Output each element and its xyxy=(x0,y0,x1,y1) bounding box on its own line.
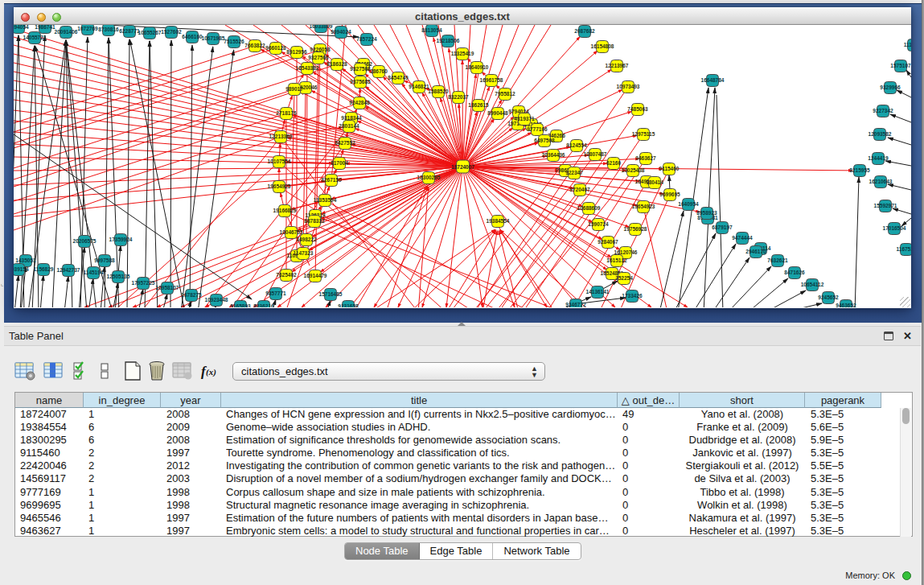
svg-text:9094024: 9094024 xyxy=(331,29,351,35)
svg-text:20364436: 20364436 xyxy=(542,152,565,158)
svg-text:19218506: 19218506 xyxy=(437,38,460,43)
svg-text:9327508: 9327508 xyxy=(350,66,371,72)
svg-text:9227342: 9227342 xyxy=(873,108,893,113)
svg-text:19166829: 19166829 xyxy=(273,208,297,213)
svg-text:14055721: 14055721 xyxy=(23,35,47,40)
svg-text:62160: 62160 xyxy=(606,160,621,166)
svg-text:9146821: 9146821 xyxy=(409,84,429,89)
svg-text:9115460: 9115460 xyxy=(659,166,680,171)
svg-text:17359924: 17359924 xyxy=(109,237,133,242)
svg-text:19756928: 19756928 xyxy=(624,226,647,232)
svg-text:10655267: 10655267 xyxy=(138,30,162,35)
svg-text:8912956: 8912956 xyxy=(286,49,307,55)
svg-text:15716485: 15716485 xyxy=(319,291,343,297)
svg-text:16914479: 16914479 xyxy=(304,273,327,278)
svg-text:16210643: 16210643 xyxy=(869,179,893,184)
svg-text:8730816: 8730816 xyxy=(98,27,119,32)
svg-text:9346772: 9346772 xyxy=(565,302,586,307)
svg-text:1640954: 1640954 xyxy=(678,201,699,207)
svg-text:1575107: 1575107 xyxy=(890,63,911,68)
svg-text:9242848: 9242848 xyxy=(349,100,370,105)
svg-text:18724007: 18724007 xyxy=(451,164,474,170)
svg-text:286760: 286760 xyxy=(370,68,388,74)
svg-text:8267150: 8267150 xyxy=(321,177,342,183)
svg-text:1145194: 1145194 xyxy=(84,270,104,275)
svg-text:9165893: 9165893 xyxy=(230,303,251,307)
svg-text:12942737: 12942737 xyxy=(57,267,80,273)
svg-text:252254: 252254 xyxy=(615,275,633,281)
svg-text:9720407: 9720407 xyxy=(569,187,590,192)
svg-text:1435051: 1435051 xyxy=(15,257,36,263)
svg-text:10671985: 10671985 xyxy=(202,35,225,41)
svg-text:1615132: 1615132 xyxy=(606,257,627,263)
svg-text:9245652: 9245652 xyxy=(818,295,839,300)
svg-text:12093582: 12093582 xyxy=(869,131,892,137)
svg-text:1588520: 1588520 xyxy=(428,89,449,94)
svg-text:8236216: 8236216 xyxy=(253,303,274,307)
svg-text:8471626: 8471626 xyxy=(784,270,805,275)
svg-text:922347: 922347 xyxy=(565,170,583,175)
svg-text:8958923: 8958923 xyxy=(696,210,717,216)
svg-text:8878332: 8878332 xyxy=(304,218,325,224)
svg-text:17957225: 17957225 xyxy=(132,280,155,286)
svg-text:8186328: 8186328 xyxy=(326,61,347,67)
svg-text:4319371: 4319371 xyxy=(514,116,535,122)
svg-text:8813054: 8813054 xyxy=(421,27,442,33)
svg-text:10046755: 10046755 xyxy=(280,229,303,235)
svg-text:2803144: 2803144 xyxy=(339,123,359,129)
svg-text:1072769: 1072769 xyxy=(77,26,98,31)
svg-text:1167533: 1167533 xyxy=(897,246,911,252)
svg-text:20091406: 20091406 xyxy=(55,29,78,35)
svg-text:9777106: 9777106 xyxy=(527,126,548,132)
svg-text:8322037: 8322037 xyxy=(448,94,469,100)
svg-text:10923448: 10923448 xyxy=(205,297,228,303)
svg-text:9327506: 9327506 xyxy=(308,55,329,60)
svg-text:18640910: 18640910 xyxy=(466,64,489,70)
svg-text:10807487: 10807487 xyxy=(584,151,607,157)
svg-text:10025438: 10025438 xyxy=(622,167,645,173)
svg-text:11325419: 11325419 xyxy=(451,51,474,56)
svg-text:9329966: 9329966 xyxy=(880,84,901,90)
svg-text:7632621: 7632621 xyxy=(767,257,788,263)
svg-text:6497508: 6497508 xyxy=(534,138,555,143)
svg-text:14136141: 14136141 xyxy=(586,289,610,295)
svg-text:1678275: 1678275 xyxy=(181,292,202,298)
svg-text:9463627: 9463627 xyxy=(635,155,656,161)
svg-text:19654925: 19654925 xyxy=(268,183,291,189)
svg-text:3498222: 3498222 xyxy=(296,237,317,242)
svg-text:15592971: 15592971 xyxy=(874,203,897,208)
svg-text:10688609: 10688609 xyxy=(577,205,601,211)
svg-text:9375685: 9375685 xyxy=(350,79,371,84)
svg-text:1733426: 1733426 xyxy=(622,293,643,299)
svg-text:2946170: 2946170 xyxy=(745,249,766,254)
svg-text:8427552: 8427552 xyxy=(335,140,355,146)
svg-text:10973493: 10973493 xyxy=(617,84,640,89)
svg-text:18300295: 18300295 xyxy=(417,175,441,180)
svg-text:2087682: 2087682 xyxy=(574,28,595,34)
svg-text:7955812: 7955812 xyxy=(495,91,515,97)
svg-text:9474444: 9474444 xyxy=(732,235,753,241)
svg-text:10958107: 10958107 xyxy=(156,285,179,290)
svg-text:2718176: 2718176 xyxy=(276,110,297,116)
svg-text:1986741: 1986741 xyxy=(35,25,55,30)
svg-text:7663822: 7663822 xyxy=(244,43,265,48)
svg-text:19384554: 19384554 xyxy=(487,218,510,224)
svg-text:10107554: 10107554 xyxy=(268,159,291,164)
svg-text:17016504: 17016504 xyxy=(883,225,906,231)
svg-text:8990448: 8990448 xyxy=(487,110,508,116)
svg-text:1394054: 1394054 xyxy=(14,25,29,30)
svg-text:7625402: 7625402 xyxy=(276,272,297,278)
svg-text:9997588: 9997588 xyxy=(94,257,115,263)
svg-text:1117205: 1117205 xyxy=(904,42,911,47)
svg-text:12213369: 12213369 xyxy=(269,134,293,139)
svg-text:1527602: 1527602 xyxy=(161,29,182,35)
svg-text:6228771: 6228771 xyxy=(119,28,140,34)
svg-text:16961758: 16961758 xyxy=(480,77,503,83)
svg-text:817004: 817004 xyxy=(331,160,348,166)
svg-text:11353594: 11353594 xyxy=(314,197,337,203)
svg-text:1590724: 1590724 xyxy=(588,221,609,227)
svg-text:1939154: 1939154 xyxy=(14,266,29,272)
svg-text:16033809: 16033809 xyxy=(310,25,333,29)
svg-text:16154808: 16154808 xyxy=(591,43,614,49)
svg-text:9231658: 9231658 xyxy=(338,303,359,307)
